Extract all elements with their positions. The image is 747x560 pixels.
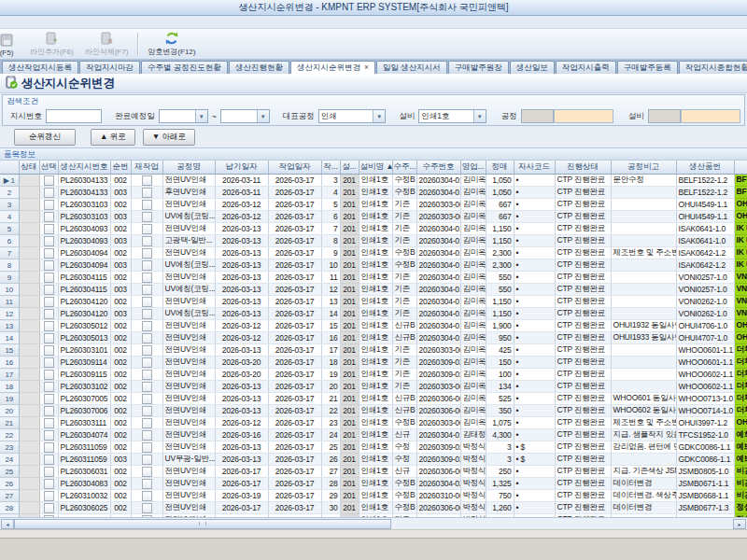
- checkbox[interactable]: [44, 491, 54, 501]
- row-header[interactable]: 20: [0, 405, 19, 417]
- row-header[interactable]: 26: [0, 478, 19, 490]
- row-header[interactable]: ▶ 1: [0, 175, 19, 187]
- equipment2-name-field[interactable]: [681, 109, 740, 123]
- chevron-down-icon[interactable]: ▼: [473, 110, 486, 122]
- checkbox[interactable]: [142, 297, 152, 307]
- checkbox[interactable]: [142, 333, 152, 343]
- checkbox[interactable]: [44, 467, 54, 477]
- tab-close-icon[interactable]: ×: [364, 62, 369, 74]
- row-header[interactable]: 23: [0, 441, 19, 454]
- checkbox[interactable]: [142, 491, 152, 501]
- column-header-order-no[interactable]: 생산지시번호: [58, 161, 110, 175]
- due-from-select[interactable]: ▼: [159, 109, 208, 123]
- checkbox[interactable]: [44, 345, 54, 356]
- row-header[interactable]: 27: [0, 490, 19, 502]
- checkbox[interactable]: [142, 382, 152, 392]
- checkbox[interactable]: [142, 479, 152, 489]
- column-header-order-type[interactable]: 수주...: [392, 161, 416, 175]
- column-header-process-memo[interactable]: 공정비고: [611, 161, 676, 175]
- checkbox[interactable]: [142, 430, 152, 441]
- row-header[interactable]: 21: [0, 417, 19, 429]
- tab-작업지시종합현황[interactable]: 작업지시종합현황: [679, 61, 747, 74]
- checkbox[interactable]: [142, 442, 152, 453]
- column-header-qty[interactable]: 정매: [486, 161, 514, 175]
- checkbox[interactable]: [44, 248, 54, 259]
- checkbox[interactable]: [142, 309, 152, 319]
- checkbox[interactable]: [142, 345, 152, 356]
- row-header[interactable]: 19: [0, 393, 19, 405]
- column-header-rework[interactable]: 재작업: [131, 161, 162, 175]
- horizontal-scrollbar[interactable]: ◄ ►: [0, 517, 747, 529]
- checkbox[interactable]: [142, 406, 152, 416]
- equipment-select[interactable]: 인쇄1호 ▼: [418, 109, 486, 123]
- column-header-sales-rep[interactable]: 영업...: [460, 161, 486, 175]
- chevron-down-icon[interactable]: ▼: [373, 110, 385, 122]
- row-header[interactable]: 5: [0, 223, 19, 235]
- column-header-work-date[interactable]: 작업일자: [268, 161, 321, 175]
- row-header[interactable]: 8: [0, 259, 19, 272]
- add-line-button[interactable]: 라인추가(F6): [24, 29, 79, 59]
- checkbox[interactable]: [44, 406, 54, 416]
- chevron-down-icon[interactable]: ▼: [257, 110, 269, 122]
- row-header[interactable]: 25: [0, 466, 19, 478]
- checkbox[interactable]: [142, 175, 152, 186]
- column-header-company-code[interactable]: 자사코드: [514, 161, 555, 175]
- checkbox[interactable]: [142, 260, 152, 271]
- refresh-rank-button[interactable]: 순위갱신: [14, 129, 76, 146]
- row-header[interactable]: 14: [0, 332, 19, 344]
- checkbox[interactable]: [44, 503, 54, 513]
- checkbox[interactable]: [142, 224, 152, 234]
- row-header[interactable]: 24: [0, 454, 19, 466]
- checkbox[interactable]: [44, 442, 54, 453]
- column-header-seq[interactable]: 순번: [110, 161, 131, 175]
- checkbox[interactable]: [44, 321, 54, 331]
- checkbox[interactable]: [44, 418, 54, 428]
- row-header[interactable]: 16: [0, 357, 19, 369]
- checkbox[interactable]: [44, 200, 54, 210]
- row-header[interactable]: 28: [0, 502, 19, 514]
- scrollbar-thumb[interactable]: [14, 519, 391, 529]
- delete-line-button[interactable]: 라인삭제(F7): [79, 29, 134, 59]
- due-to-select[interactable]: ▼: [220, 109, 270, 123]
- checkbox[interactable]: [44, 260, 54, 271]
- checkbox[interactable]: [44, 455, 54, 465]
- column-header-work-seq[interactable]: 작...: [321, 161, 340, 175]
- tab-생산진행현황[interactable]: 생산진행현황: [229, 61, 289, 74]
- scroll-left-button[interactable]: ◄: [1, 519, 14, 529]
- checkbox[interactable]: [142, 455, 152, 465]
- checkbox[interactable]: [44, 188, 54, 198]
- checkbox[interactable]: [44, 297, 54, 307]
- checkbox[interactable]: [44, 309, 54, 319]
- row-header[interactable]: 18: [0, 381, 19, 393]
- column-header-equip-name[interactable]: 설비명 ▲: [359, 161, 392, 175]
- change-password-button[interactable]: 암호변경(F12): [142, 29, 201, 59]
- checkbox[interactable]: [142, 248, 152, 259]
- tab-작업지시출력[interactable]: 작업지시출력: [556, 61, 616, 74]
- column-header-select[interactable]: 선택: [39, 161, 58, 175]
- tab-일일 생산지시서[interactable]: 일일 생산지시서: [376, 61, 447, 74]
- column-header-progress-status[interactable]: 진행상태: [555, 161, 611, 175]
- chevron-down-icon[interactable]: ▼: [195, 110, 207, 122]
- column-header-status-flag[interactable]: 상태: [19, 161, 39, 175]
- row-header[interactable]: 2: [0, 187, 19, 199]
- checkbox[interactable]: [142, 503, 152, 513]
- checkbox[interactable]: [44, 382, 54, 392]
- checkbox[interactable]: [142, 212, 152, 222]
- row-header[interactable]: 6: [0, 235, 19, 247]
- scroll-right-button[interactable]: ►: [733, 519, 746, 529]
- row-header[interactable]: 17: [0, 369, 19, 381]
- column-header-process-name[interactable]: 공정명: [162, 161, 215, 175]
- checkbox[interactable]: [142, 418, 152, 428]
- checkbox[interactable]: [142, 357, 152, 368]
- tab-작업지시마감[interactable]: 작업지시마감: [79, 61, 140, 74]
- order-no-input[interactable]: [46, 109, 102, 123]
- row-header[interactable]: 22: [0, 429, 19, 441]
- checkbox[interactable]: [142, 467, 152, 477]
- row-header[interactable]: 11: [0, 296, 19, 308]
- checkbox[interactable]: [44, 479, 54, 489]
- column-header-order-number[interactable]: 수주번호: [416, 161, 460, 175]
- checkbox[interactable]: [44, 430, 54, 441]
- tab-생산지시순위변경[interactable]: 생산지시순위변경×: [290, 61, 375, 74]
- checkbox[interactable]: [44, 224, 54, 234]
- checkbox[interactable]: [142, 370, 152, 380]
